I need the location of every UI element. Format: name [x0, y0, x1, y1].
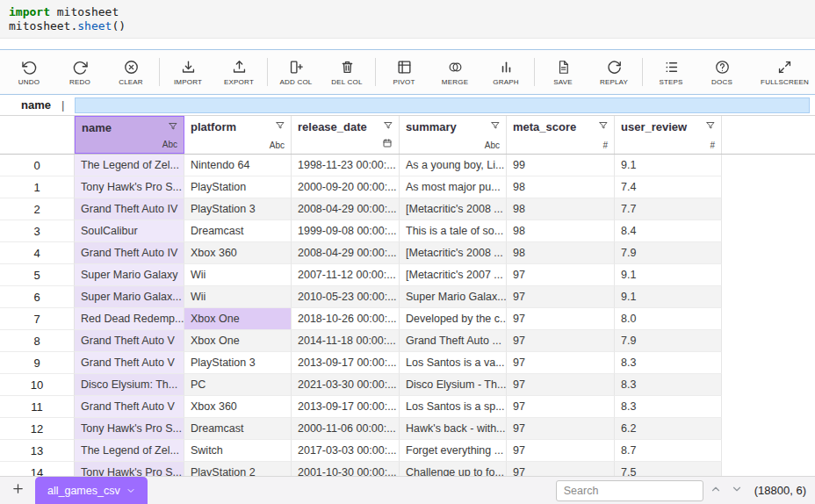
filter-icon[interactable]: [705, 120, 716, 133]
cell-release_date[interactable]: 2018-10-26 00:00:...: [292, 308, 400, 330]
row-index[interactable]: 12: [0, 418, 75, 440]
cell-summary[interactable]: Forget everything ...: [400, 440, 507, 462]
cell-platform[interactable]: Xbox One: [184, 330, 292, 352]
row-index[interactable]: 9: [0, 352, 75, 374]
cell-platform[interactable]: PlayStation: [184, 176, 292, 198]
cell-user_review[interactable]: 9.1: [615, 286, 722, 308]
column-header-meta_score[interactable]: meta_score#: [507, 116, 615, 154]
cell-release_date[interactable]: 2000-11-06 00:00:...: [292, 418, 400, 440]
cell-user_review[interactable]: 8.0: [615, 308, 722, 330]
search-next-button[interactable]: [728, 482, 746, 500]
cell-name[interactable]: Super Mario Galaxy: [75, 264, 184, 286]
cell-name[interactable]: Super Mario Galax...: [75, 286, 184, 308]
cell-user_review[interactable]: 7.4: [615, 176, 722, 198]
row-index[interactable]: 5: [0, 264, 75, 286]
cell-name[interactable]: Red Dead Redemp...: [75, 308, 184, 330]
cell-user_review[interactable]: 8.3: [615, 396, 722, 418]
cell-name[interactable]: Grand Theft Auto IV: [75, 198, 184, 220]
redo-button[interactable]: REDO: [54, 50, 105, 94]
cell-meta_score[interactable]: 97: [507, 286, 615, 308]
index-column-header[interactable]: [0, 116, 75, 154]
cell-user_review[interactable]: 9.1: [615, 155, 722, 176]
cell-meta_score[interactable]: 97: [507, 396, 615, 418]
replay-button[interactable]: REPLAY: [588, 50, 639, 94]
cell-release_date[interactable]: 2008-04-29 00:00:...: [292, 242, 400, 264]
cell-name[interactable]: Grand Theft Auto V: [75, 352, 184, 374]
cell-release_date[interactable]: 2021-03-30 00:00:...: [292, 374, 400, 396]
row-index[interactable]: 3: [0, 220, 75, 242]
graph-button[interactable]: GRAPH: [480, 50, 531, 94]
cell-release_date[interactable]: 1999-09-08 00:00:...: [292, 220, 400, 242]
cell-platform[interactable]: PlayStation 3: [184, 352, 292, 374]
cell-name[interactable]: SoulCalibur: [75, 220, 184, 242]
cell-summary[interactable]: [Metacritic's 2007 ...: [400, 264, 507, 286]
row-index[interactable]: 13: [0, 440, 75, 462]
sheet-tab-all-games-csv[interactable]: all_games_csv: [35, 477, 148, 504]
cell-platform[interactable]: Switch: [184, 440, 292, 462]
column-header-name[interactable]: nameAbc: [75, 116, 184, 154]
cell-platform[interactable]: PlayStation 2: [184, 462, 292, 476]
cell-release_date[interactable]: 2017-03-03 00:00:...: [292, 440, 400, 462]
cell-summary[interactable]: Hawk's back - with...: [400, 418, 507, 440]
del-col-button[interactable]: DEL COL: [321, 50, 372, 94]
cell-meta_score[interactable]: 97: [507, 352, 615, 374]
cell-release_date[interactable]: 2000-09-20 00:00:...: [292, 176, 400, 198]
cell-user_review[interactable]: 8.3: [615, 352, 722, 374]
cell-user_review[interactable]: 8.7: [615, 440, 722, 462]
row-index[interactable]: 11: [0, 396, 75, 418]
search-prev-button[interactable]: [707, 482, 725, 500]
cell-name[interactable]: Tony Hawk's Pro S...: [75, 462, 184, 476]
cell-summary[interactable]: Los Santos is a sp...: [400, 396, 507, 418]
save-button[interactable]: SAVE: [537, 50, 588, 94]
cell-release_date[interactable]: 2013-09-17 00:00:...: [292, 396, 400, 418]
fullscreen-button[interactable]: FULLSCREEN: [758, 50, 811, 94]
cell-platform[interactable]: Wii: [184, 286, 292, 308]
row-index[interactable]: 14: [0, 462, 75, 476]
column-header-release_date[interactable]: release_date: [292, 116, 400, 154]
cell-user_review[interactable]: 6.2: [615, 418, 722, 440]
cell-summary[interactable]: As a young boy, Li...: [400, 155, 507, 176]
cell-summary[interactable]: As most major pu...: [400, 176, 507, 198]
cell-platform[interactable]: PlayStation 3: [184, 198, 292, 220]
column-header-user_review[interactable]: user_review#: [615, 116, 722, 154]
cell-release_date[interactable]: 2001-10-30 00:00:...: [292, 462, 400, 476]
export-button[interactable]: EXPORT: [213, 50, 264, 94]
row-index[interactable]: 8: [0, 330, 75, 352]
filter-icon[interactable]: [275, 120, 285, 133]
cell-platform[interactable]: PC: [184, 374, 292, 396]
filter-icon[interactable]: [168, 121, 178, 134]
cell-user_review[interactable]: 7.5: [615, 462, 722, 476]
cell-meta_score[interactable]: 97: [507, 462, 615, 476]
cell-user_review[interactable]: 7.9: [615, 242, 722, 264]
cell-name[interactable]: Grand Theft Auto V: [75, 396, 184, 418]
row-index[interactable]: 7: [0, 308, 75, 330]
add-col-button[interactable]: ADD COL: [270, 50, 321, 94]
cell-release_date[interactable]: 2013-09-17 00:00:...: [292, 352, 400, 374]
cell-platform[interactable]: Xbox 360: [184, 242, 292, 264]
cell-name[interactable]: The Legend of Zel...: [75, 440, 184, 462]
cell-user_review[interactable]: 9.1: [615, 264, 722, 286]
cell-summary[interactable]: Grand Theft Auto ...: [400, 330, 507, 352]
column-header-platform[interactable]: platformAbc: [184, 116, 292, 154]
filter-icon[interactable]: [490, 120, 501, 133]
cell-meta_score[interactable]: 97: [507, 308, 615, 330]
cell-meta_score[interactable]: 97: [507, 440, 615, 462]
cell-release_date[interactable]: 2014-11-18 00:00:...: [292, 330, 400, 352]
formula-input[interactable]: [75, 97, 810, 113]
cell-user_review[interactable]: 7.7: [615, 198, 722, 220]
cell-platform[interactable]: Nintendo 64: [184, 155, 292, 176]
cell-meta_score[interactable]: 98: [507, 198, 615, 220]
cell-summary[interactable]: Super Mario Galax...: [400, 286, 507, 308]
undo-button[interactable]: UNDO: [4, 50, 54, 94]
cell-meta_score[interactable]: 98: [507, 220, 615, 242]
steps-button[interactable]: STEPS: [646, 50, 696, 94]
clear-button[interactable]: CLEAR: [105, 50, 156, 94]
cell-name[interactable]: Tony Hawk's Pro S...: [75, 418, 184, 440]
cell-name[interactable]: Grand Theft Auto V: [75, 330, 184, 352]
import-button[interactable]: IMPORT: [162, 50, 213, 94]
cell-platform[interactable]: Dreamcast: [184, 418, 292, 440]
cell-name[interactable]: Grand Theft Auto IV: [75, 242, 184, 264]
cell-name[interactable]: Disco Elysium: Th...: [75, 374, 184, 396]
cell-release_date[interactable]: 2008-04-29 00:00:...: [292, 198, 400, 220]
cell-user_review[interactable]: 8.4: [615, 220, 722, 242]
